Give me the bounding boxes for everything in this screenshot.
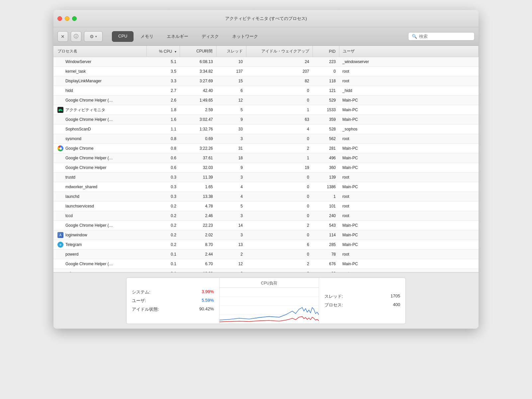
cpu-value: 0.1 [146, 269, 180, 273]
table-row[interactable]: Google Chrome Helper (…2.61:49.65120529M… [53, 96, 479, 105]
pid-value: 543 [312, 221, 339, 230]
process-name: Google Chrome Helper (… [65, 156, 143, 160]
cpu-time-value: 6:08.13 [180, 57, 216, 67]
tab-network[interactable]: ネットワーク [226, 31, 264, 42]
tab-energy[interactable]: エネルギー [160, 31, 195, 42]
process-name: kernel_task [65, 69, 143, 74]
maximize-button[interactable]: + [72, 16, 77, 21]
pid-value: 0 [312, 67, 339, 76]
user-value: root [339, 269, 479, 273]
activity-monitor-icon [57, 107, 63, 113]
idle-value: 4 [246, 124, 312, 134]
process-table-container[interactable]: プロセス名 % CPU ▾ CPU時間 スレッド アイドル・ウェイクアップ PI… [53, 46, 479, 272]
table-row[interactable]: mds0.118.328389root [53, 269, 479, 273]
idle-value: 2 [246, 259, 312, 269]
close-icon-button[interactable]: ✕ [57, 31, 68, 42]
tab-memory[interactable]: メモリ [134, 31, 160, 42]
table-row[interactable]: Google Chrome Helper (…0.637.61181496Mai… [53, 153, 479, 163]
table-row[interactable]: tccd0.22.4630240root [53, 211, 479, 221]
table-row[interactable]: アクティビティモニタ1.82.59511533Main-PC [53, 105, 479, 115]
table-row[interactable]: SophosScanD1.11:32.76334528_sophos [53, 124, 479, 134]
cpu-time-value: 2.02 [180, 230, 216, 240]
process-name: Google Chrome Helper [65, 165, 143, 170]
process-table: プロセス名 % CPU ▾ CPU時間 スレッド アイドル・ウェイクアップ PI… [53, 46, 479, 272]
cpu-value: 0.3 [146, 182, 180, 192]
empty-icon [57, 59, 63, 65]
table-row[interactable]: mdworker_shared0.31.65401386Main-PC [53, 182, 479, 192]
table-row[interactable]: launchservicesd0.24.7850101root [53, 201, 479, 211]
cpu-chart [220, 288, 319, 324]
pid-value: 496 [312, 153, 339, 163]
search-input[interactable] [419, 34, 471, 39]
process-name-cell: Google Chrome Helper (… [53, 259, 146, 269]
empty-icon [57, 97, 63, 103]
close-button[interactable]: ✕ [57, 16, 62, 21]
idle-label: アイドル状態: [132, 306, 159, 312]
col-header-cpu[interactable]: % CPU ▾ [146, 46, 180, 57]
table-row[interactable]: Google Chrome Helper (…0.222.23142543Mai… [53, 221, 479, 230]
process-name: launchservicesd [65, 204, 143, 208]
process-name-cell: Google Chrome Helper (… [53, 115, 146, 124]
idle-value: 0 [246, 86, 312, 96]
idle-value: 0 [246, 192, 312, 201]
info-button[interactable]: ⓘ [71, 31, 81, 42]
empty-icon [57, 88, 63, 94]
minimize-button[interactable]: – [65, 16, 69, 21]
pid-value: 114 [312, 230, 339, 240]
table-row[interactable]: ✈Telegram0.28.70136285Main-PC [53, 240, 479, 250]
threads-value: 12 [216, 259, 246, 269]
cpu-value: 0.2 [146, 221, 180, 230]
table-row[interactable]: trustd0.311.3930139root [53, 173, 479, 182]
table-row[interactable]: DisplayLinkManager3.33:27.691582118root [53, 76, 479, 86]
pid-value: 118 [312, 76, 339, 86]
stats-left: システム: 3.99% ユーザ: 5.59% アイドル状態: 90.42% [127, 278, 220, 324]
gear-button[interactable]: ⚙ ▾ [84, 31, 103, 42]
table-row[interactable]: launchd0.313.38401root [53, 192, 479, 201]
col-header-idle[interactable]: アイドル・ウェイクアップ [246, 46, 312, 57]
col-header-user[interactable]: ユーザ [339, 46, 479, 57]
table-row[interactable]: hidd2.742.4060121_hidd [53, 86, 479, 96]
empty-icon [57, 213, 63, 219]
col-header-threads[interactable]: スレッド [216, 46, 246, 57]
table-row[interactable]: kernel_task3.53:34.821372070root [53, 67, 479, 76]
table-row[interactable]: Google Chrome Helper (…0.16.70122676Main… [53, 259, 479, 269]
idle-value: 1 [246, 153, 312, 163]
process-name: tccd [65, 213, 143, 218]
stats-right: スレッド: 1705 プロセス: 400 [319, 278, 405, 324]
col-header-pid[interactable]: PID [312, 46, 339, 57]
cpu-value: 0.6 [146, 153, 180, 163]
process-name-cell: Google Chrome Helper (… [53, 153, 146, 163]
empty-icon [57, 261, 63, 267]
table-row[interactable]: Google Chrome Helper0.632.03919360Main-P… [53, 163, 479, 173]
idle-value: 19 [246, 163, 312, 173]
col-header-cpu-time[interactable]: CPU時間 [180, 46, 216, 57]
col-header-name[interactable]: プロセス名 [53, 46, 146, 57]
idle-value: 207 [246, 67, 312, 76]
threads-stat-row: スレッド: 1705 [324, 293, 400, 299]
user-value: root [339, 201, 479, 211]
cpu-value: 1.6 [146, 115, 180, 124]
empty-icon [57, 194, 63, 200]
tab-disk[interactable]: ディスク [195, 31, 225, 42]
table-row[interactable]: sysmond0.80.6930562root [53, 134, 479, 144]
cpu-time-value: 1:32.76 [180, 124, 216, 134]
tab-cpu[interactable]: CPU [112, 31, 133, 42]
user-value: Main-PC [339, 259, 479, 269]
table-row[interactable]: WindowServer5.16:08.131024223_windowserv… [53, 57, 479, 67]
user-value: Main-PC [339, 221, 479, 230]
gear-icon: ⚙ [90, 34, 94, 39]
table-row[interactable]: powerd0.12.442078root [53, 250, 479, 259]
idle-value: 90.42% [199, 306, 214, 312]
cpu-time-value: 3:34.82 [180, 67, 216, 76]
cpu-time-value: 32.03 [180, 163, 216, 173]
table-row[interactable]: Aloginwindow0.22.0230114Main-PC [53, 230, 479, 240]
empty-icon [57, 136, 63, 142]
search-box[interactable]: 🔍 [408, 32, 475, 40]
empty-icon [57, 126, 63, 132]
cpu-value: 0.8 [146, 134, 180, 144]
user-value: Main-PC [339, 182, 479, 192]
table-row[interactable]: Google Chrome Helper (…1.63:02.47963359M… [53, 115, 479, 124]
pid-value: 529 [312, 96, 339, 105]
user-value: root [339, 76, 479, 86]
table-row[interactable]: Google Chrome0.83:22.26312281Main-PC [53, 144, 479, 153]
